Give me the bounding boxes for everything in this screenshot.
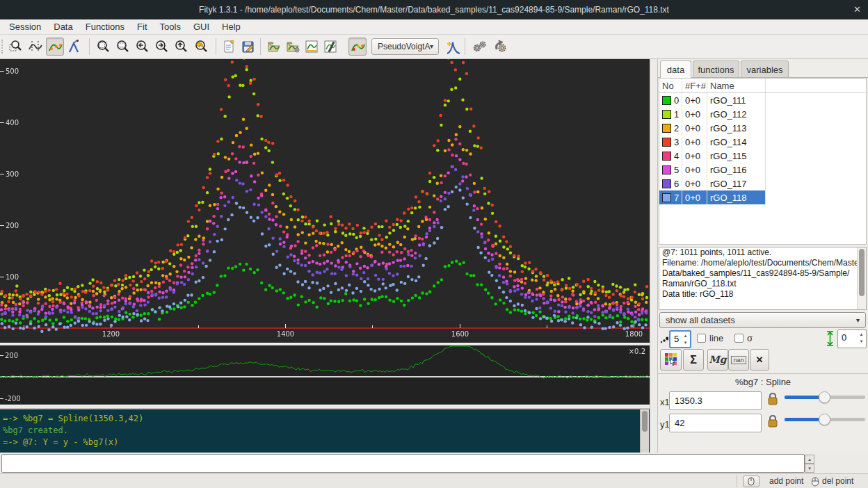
auto-add-peak-button[interactable] <box>348 38 367 56</box>
zoom-right-button[interactable] <box>153 38 171 56</box>
fit-undo-button[interactable] <box>491 38 509 56</box>
tab-variables[interactable]: variables <box>741 60 789 78</box>
table-row-rGO_113[interactable]: 20+0rGO_113 <box>659 121 866 135</box>
toolbar: PseudoVoigtA ▾ <box>0 35 868 59</box>
data-editor-button[interactable] <box>303 38 321 56</box>
menu-tools[interactable]: Tools <box>154 19 187 35</box>
mouse-left-hint: add point <box>769 476 803 486</box>
info-line: Raman/rGO_118.txt <box>659 279 866 289</box>
table-header: No#F+#Name <box>659 79 866 93</box>
command-input[interactable] <box>1 454 805 473</box>
delete-icon: ✕ <box>750 350 769 370</box>
y-shift-spinner[interactable]: 0 ▴▾ <box>837 330 867 348</box>
add-function-button[interactable] <box>444 38 462 56</box>
sum-button[interactable]: Σ <box>683 349 704 371</box>
zoom-previous-button[interactable] <box>192 38 210 56</box>
zoom-up-button[interactable] <box>172 38 191 56</box>
line-checkbox[interactable] <box>697 334 706 343</box>
y1-slider-handle[interactable] <box>819 414 830 425</box>
table-row-rGO_111[interactable]: 00+0rGO_111 <box>659 93 866 107</box>
transform-button[interactable]: Mg <box>707 349 728 371</box>
x1-slider-handle[interactable] <box>819 391 830 403</box>
mouse-hint-button[interactable] <box>743 475 760 487</box>
background-mode-icon <box>49 40 63 54</box>
menu-session[interactable]: Session <box>3 19 47 35</box>
menu-functions[interactable]: Functions <box>79 19 131 35</box>
table-row-rGO_118[interactable]: 70+0rGO_118 <box>659 190 866 204</box>
zoom-select-icon <box>116 40 130 54</box>
table-row-rGO_112[interactable]: 10+0rGO_112 <box>659 107 866 121</box>
info-scrollbar[interactable] <box>857 247 866 309</box>
lock-icon[interactable] <box>767 392 778 405</box>
table-row-rGO_117[interactable]: 60+0rGO_117 <box>659 177 866 190</box>
mouse-icon <box>811 477 819 487</box>
load-data-button[interactable] <box>265 38 283 56</box>
background-mode-button[interactable] <box>46 38 64 56</box>
input-history-up-icon[interactable]: ▴ <box>805 455 814 464</box>
info-line: Filename: /home/aleplo/test/Documents/Ch… <box>659 258 866 268</box>
tab-functions[interactable]: functions <box>693 60 739 78</box>
console-output: =-> %bg7 = Spline(1350.3,42)%bg7 created… <box>0 409 650 453</box>
zoom-in-icon <box>97 40 111 54</box>
info-line: @7: 1011 points, 1011 active. <box>659 247 866 258</box>
tab-data[interactable]: data <box>660 60 691 78</box>
dataset-color-swatch[interactable] <box>662 124 671 133</box>
table-row-rGO_114[interactable]: 30+0rGO_114 <box>659 135 866 149</box>
point-size-spinner[interactable]: 5 ▴▾ <box>669 330 691 348</box>
vertical-splitter[interactable] <box>650 59 658 453</box>
dataset-colors-button[interactable] <box>660 349 682 371</box>
dataset-color-swatch[interactable] <box>662 193 671 202</box>
zoom-left-button[interactable] <box>134 38 152 56</box>
info-line: Data/baked_samples/11_cas924894-85-9/Sam… <box>659 268 866 279</box>
edit-transforms-button[interactable] <box>321 38 339 56</box>
console-scrollbar[interactable] <box>640 409 649 453</box>
dataset-color-swatch[interactable] <box>662 138 671 147</box>
nan-icon: nan <box>731 356 746 364</box>
data-range-mode-button[interactable] <box>26 38 45 56</box>
toolbar-handle[interactable] <box>1 40 3 54</box>
delete-dataset-button[interactable]: ✕ <box>750 349 769 371</box>
run-fit-button[interactable] <box>470 38 488 56</box>
sigma-checkbox-label: σ <box>747 333 753 343</box>
zoom-mode-button[interactable] <box>7 38 25 56</box>
table-row-rGO_115[interactable]: 40+0rGO_115 <box>659 149 866 163</box>
menu-fit[interactable]: Fit <box>131 19 153 35</box>
data-editor-icon <box>305 40 319 54</box>
y1-slider[interactable] <box>785 414 865 425</box>
show-datasets-dropdown[interactable]: show all datasets ▾ <box>659 312 866 328</box>
table-row-rGO_116[interactable]: 50+0rGO_116 <box>659 163 866 177</box>
session-log-button[interactable] <box>220 38 238 56</box>
close-window-icon[interactable]: ✕ <box>853 0 861 19</box>
fit-undo-icon <box>493 40 508 54</box>
param-y1-input[interactable]: 42 <box>669 414 762 432</box>
menu-gui[interactable]: GUI <box>187 19 216 35</box>
nan-button[interactable]: nan <box>728 349 749 371</box>
add-peak-mode-button[interactable] <box>65 38 83 56</box>
lock-icon[interactable] <box>767 414 778 428</box>
main-plot-canvas[interactable] <box>0 59 650 343</box>
info-scrollbar-thumb[interactable] <box>859 249 865 296</box>
load-data-custom-button[interactable] <box>284 38 302 56</box>
dataset-color-swatch[interactable] <box>662 152 671 161</box>
zoom-select-button[interactable] <box>114 38 132 56</box>
console-scrollbar-thumb[interactable] <box>642 411 648 432</box>
title-bar: Fityk 1.3.1 - /home/aleplo/test/Document… <box>0 0 868 19</box>
console-line: %bg7 created. <box>3 425 650 437</box>
sidebar: datafunctionsvariables No#F+#Name00+0rGO… <box>658 59 868 453</box>
peak-type-dropdown[interactable]: PseudoVoigtA ▾ <box>371 38 439 55</box>
sigma-checkbox[interactable] <box>734 334 744 343</box>
aux-plot-canvas[interactable] <box>0 345 650 405</box>
input-history-down-icon[interactable]: ▾ <box>805 464 814 473</box>
dataset-color-swatch[interactable] <box>662 96 671 105</box>
menu-help[interactable]: Help <box>216 19 247 35</box>
dataset-color-swatch[interactable] <box>662 179 671 188</box>
edit-transforms-icon <box>323 40 337 54</box>
zoom-in-button[interactable] <box>95 38 113 56</box>
x1-slider[interactable] <box>785 391 865 403</box>
menu-data[interactable]: Data <box>47 19 79 35</box>
dataset-color-swatch[interactable] <box>662 110 671 119</box>
save-session-button[interactable] <box>239 38 257 56</box>
param-x1-input[interactable]: 1350.3 <box>669 391 762 410</box>
dropdown-arrow-icon: ▾ <box>430 39 433 54</box>
dataset-color-swatch[interactable] <box>662 165 671 174</box>
